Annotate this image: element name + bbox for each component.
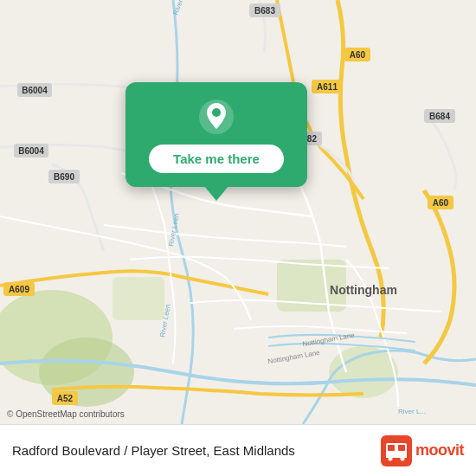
svg-text:A609: A609	[9, 285, 29, 294]
location-pin-icon	[197, 98, 235, 136]
location-label: Radford Boulevard / Player Street, East …	[12, 443, 381, 458]
svg-text:B6004: B6004	[18, 146, 44, 156]
moovit-bus-icon	[381, 435, 412, 466]
svg-text:B683: B683	[254, 6, 275, 16]
svg-text:Nottingham: Nottingham	[330, 283, 397, 297]
svg-text:A52: A52	[57, 394, 74, 403]
bottom-bar: Radford Boulevard / Player Street, East …	[0, 424, 476, 476]
svg-rect-5	[113, 277, 164, 320]
map-popup: Take me there	[125, 82, 307, 187]
svg-text:B6004: B6004	[22, 86, 48, 95]
svg-text:A611: A611	[317, 82, 338, 92]
svg-point-36	[212, 108, 221, 117]
svg-rect-40	[398, 445, 405, 451]
svg-text:B684: B684	[429, 112, 450, 121]
moovit-label: moovit	[415, 441, 464, 460]
svg-rect-43	[386, 455, 407, 458]
map-copyright: © OpenStreetMap contributors	[7, 409, 125, 419]
take-me-there-button[interactable]: Take me there	[149, 145, 284, 173]
svg-text:A60: A60	[350, 50, 366, 60]
svg-text:River L...: River L...	[398, 408, 426, 415]
map-container: B683 A60 A611 B6004 B6004 B690 B682 B684…	[0, 0, 476, 424]
moovit-logo: moovit	[381, 435, 464, 466]
svg-text:A60: A60	[433, 198, 449, 208]
map-svg: B683 A60 A611 B6004 B6004 B690 B682 B684…	[0, 0, 476, 424]
svg-rect-39	[388, 445, 395, 451]
svg-text:B690: B690	[54, 172, 74, 182]
